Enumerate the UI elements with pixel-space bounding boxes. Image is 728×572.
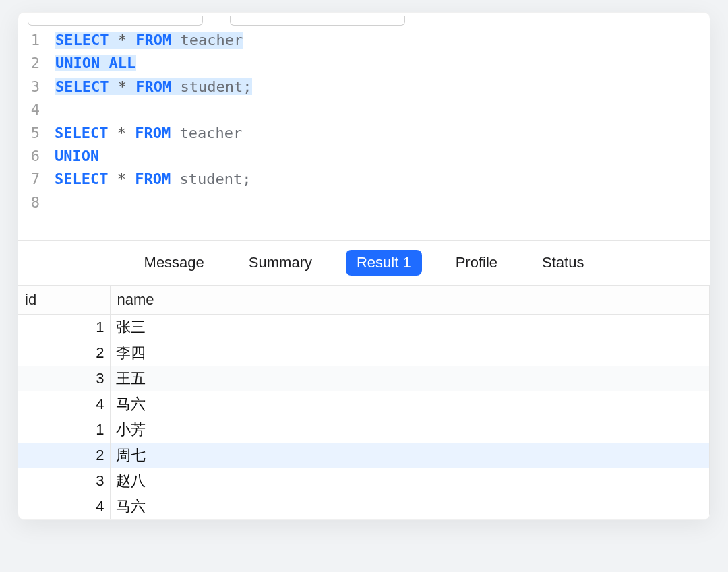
tab-message[interactable]: Message: [133, 250, 215, 276]
toolbar-dropdown-left[interactable]: [28, 16, 203, 26]
line-number: 8: [18, 191, 40, 214]
cell-id: 2: [18, 443, 110, 468]
cell-name: 周七: [110, 443, 202, 468]
col-header-name[interactable]: name: [110, 286, 202, 315]
code-line[interactable]: [55, 98, 710, 121]
sql-panel: 12345678 SELECT * FROM teacherUNION ALLS…: [18, 12, 710, 520]
code-line[interactable]: UNION: [55, 145, 710, 168]
code-line[interactable]: SELECT * FROM student;: [55, 168, 710, 191]
cell-name: 王五: [110, 366, 202, 391]
line-number: 4: [18, 98, 40, 121]
code-line[interactable]: SELECT * FROM student;: [55, 75, 710, 98]
table-row[interactable]: 3王五: [18, 366, 710, 391]
line-number: 1: [18, 29, 40, 52]
line-number: 5: [18, 122, 40, 145]
line-number-gutter: 12345678: [18, 29, 55, 214]
code-line[interactable]: SELECT * FROM teacher: [55, 29, 710, 52]
line-number: 3: [18, 75, 40, 98]
table-row[interactable]: 1小芳: [18, 417, 710, 443]
cell-id: 4: [18, 391, 110, 417]
table-row[interactable]: 2周七: [18, 443, 710, 468]
cell-name: 张三: [110, 315, 202, 341]
cell-spacer: [202, 443, 710, 468]
cell-spacer: [202, 468, 710, 494]
cell-spacer: [202, 417, 710, 443]
cell-name: 李四: [110, 340, 202, 366]
cell-name: 小芳: [110, 417, 202, 443]
table-row[interactable]: 3赵八: [18, 468, 710, 494]
tab-summary[interactable]: Summary: [238, 250, 323, 276]
line-number: 7: [18, 168, 40, 191]
code-line[interactable]: UNION ALL: [55, 52, 710, 75]
col-header-spacer: [202, 286, 710, 315]
cell-spacer: [202, 494, 710, 519]
cell-name: 马六: [110, 494, 202, 519]
line-number: 2: [18, 52, 40, 75]
cell-id: 3: [18, 468, 110, 494]
result-tabs: Message Summary Result 1 Profile Status: [18, 241, 710, 286]
toolbar-dropdown-mid[interactable]: [230, 16, 405, 26]
cell-id: 4: [18, 494, 110, 519]
sql-editor[interactable]: 12345678 SELECT * FROM teacherUNION ALLS…: [18, 26, 710, 241]
cell-spacer: [202, 366, 710, 391]
cell-id: 1: [18, 315, 110, 341]
cell-name: 马六: [110, 391, 202, 417]
tab-status[interactable]: Status: [531, 250, 595, 276]
result-table[interactable]: id name 1张三2李四3王五4马六1小芳2周七3赵八4马六: [18, 286, 710, 519]
cell-spacer: [202, 340, 710, 366]
editor-toolbar: [18, 13, 710, 26]
table-row[interactable]: 2李四: [18, 340, 710, 366]
table-row[interactable]: 4马六: [18, 391, 710, 417]
cell-spacer: [202, 391, 710, 417]
cell-spacer: [202, 315, 710, 341]
code-line[interactable]: SELECT * FROM teacher: [55, 122, 710, 145]
tab-result1[interactable]: Result 1: [346, 250, 422, 276]
col-header-id[interactable]: id: [18, 286, 110, 315]
cell-name: 赵八: [110, 468, 202, 494]
code-line[interactable]: [55, 191, 710, 214]
code-lines[interactable]: SELECT * FROM teacherUNION ALLSELECT * F…: [55, 29, 710, 214]
cell-id: 2: [18, 340, 110, 366]
tab-profile[interactable]: Profile: [445, 250, 508, 276]
cell-id: 1: [18, 417, 110, 443]
table-row[interactable]: 4马六: [18, 494, 710, 519]
table-row[interactable]: 1张三: [18, 315, 710, 341]
line-number: 6: [18, 145, 40, 168]
cell-id: 3: [18, 366, 110, 391]
